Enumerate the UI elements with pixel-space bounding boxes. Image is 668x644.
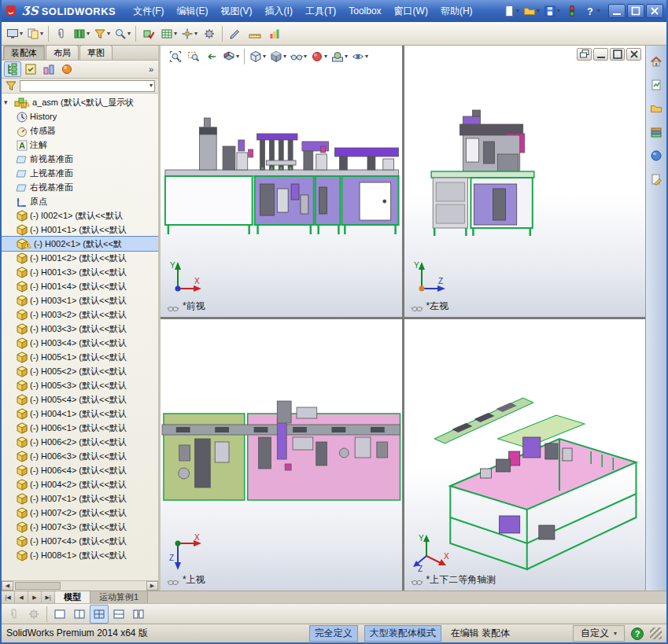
- design-library-button[interactable]: [648, 123, 666, 141]
- tree-item[interactable]: (-) H006<4>(默认<<默认: [2, 463, 158, 477]
- single-viewport-button[interactable]: [50, 605, 69, 624]
- new-document-button[interactable]: ▾: [501, 2, 521, 20]
- tree-item[interactable]: (-) H007<4>(默认<<默认: [2, 534, 158, 548]
- selection-filter-button[interactable]: ▾: [92, 24, 112, 43]
- tab-scroll-button-4[interactable]: ▶|: [42, 591, 55, 603]
- tree-item[interactable]: 原点: [2, 194, 158, 208]
- tree-item[interactable]: (-) H003<1>(默认<<默认: [2, 293, 158, 307]
- tab-scroll-button-3[interactable]: ▶: [28, 591, 42, 603]
- status-custom-dropdown[interactable]: 自定义 ▾: [573, 625, 625, 642]
- scroll-left-button[interactable]: ◀: [2, 581, 13, 591]
- appearances-scenes-button[interactable]: [648, 146, 666, 164]
- resources-home-button[interactable]: [648, 52, 666, 70]
- maximize-view-button[interactable]: [610, 48, 625, 61]
- tree-item[interactable]: (-) H007<1>(默认<<默认: [2, 491, 158, 506]
- tree-item[interactable]: (-) H005<2>(默认<<默认: [2, 364, 158, 378]
- two-viewport-vertical-button[interactable]: [109, 605, 128, 624]
- featuremanager-tab[interactable]: [4, 61, 21, 77]
- tree-item[interactable]: (-) H005<3>(默认<<默认: [2, 378, 158, 392]
- previous-view-button[interactable]: [203, 48, 220, 65]
- menu-item-4[interactable]: 插入(I): [259, 2, 299, 20]
- tree-item[interactable]: (-) H006<2>(默认<<默认: [2, 435, 158, 449]
- tree-item[interactable]: (-) H001<1>(默认<<默认: [2, 223, 158, 237]
- view-settings-button[interactable]: ▾: [350, 48, 370, 65]
- command-tab-1[interactable]: 装配体: [3, 45, 45, 60]
- tree-item[interactable]: (-) H007<2>(默认<<默认: [2, 506, 158, 520]
- four-viewport-button[interactable]: [90, 605, 109, 624]
- tab-scroll-button-1[interactable]: |◀: [2, 591, 15, 603]
- design-checker-button[interactable]: [648, 75, 666, 94]
- tree-item[interactable]: (-) H008<1>(默认<<默认: [2, 548, 158, 562]
- displaymanager-tab[interactable]: [58, 61, 76, 77]
- tree-item[interactable]: (-) H001<4>(默认<<默认: [2, 279, 158, 293]
- scroll-right-button[interactable]: ▶: [146, 581, 158, 591]
- tree-item[interactable]: (-) H001<2>(默认<<默认: [2, 251, 158, 265]
- rotate-button[interactable]: [24, 605, 43, 624]
- restore-view-button[interactable]: [577, 48, 592, 61]
- tree-item[interactable]: (-) H006<3>(默认<<默认: [2, 449, 158, 463]
- tree-item[interactable]: (-) H007<3>(默认<<默认: [2, 520, 158, 534]
- resize-grip[interactable]: [650, 627, 662, 639]
- menu-item-7[interactable]: 窗口(W): [388, 2, 434, 20]
- rebuild-button[interactable]: [563, 2, 581, 20]
- tree-item[interactable]: History: [2, 109, 158, 123]
- measure-button[interactable]: [245, 24, 264, 43]
- screen-capture-button[interactable]: ▾: [5, 24, 24, 43]
- sketch-button[interactable]: [226, 24, 245, 43]
- save-button[interactable]: ▾: [542, 2, 562, 20]
- document-tab-2[interactable]: 运动算例1: [90, 591, 148, 603]
- zoom-area-button[interactable]: [185, 48, 202, 65]
- maximize-button[interactable]: [627, 4, 644, 18]
- tree-filter-input[interactable]: ▾: [20, 80, 155, 92]
- status-help-button[interactable]: ?: [631, 627, 644, 640]
- viewport-front[interactable]: Y X *前视: [161, 46, 402, 317]
- hide-show-items-button[interactable]: ▾: [289, 48, 308, 65]
- custom-properties-button[interactable]: [648, 170, 666, 188]
- tree-item[interactable]: 上视基准面: [2, 166, 158, 180]
- open-document-button[interactable]: ▾: [522, 2, 541, 20]
- expander-icon[interactable]: ▾: [4, 98, 12, 106]
- pan-button[interactable]: [5, 605, 24, 624]
- apply-scene-button[interactable]: ▾: [330, 48, 349, 65]
- edit-appearance-button[interactable]: ▾: [309, 48, 329, 65]
- tree-item[interactable]: (-) H005<4>(默认<<默认: [2, 392, 158, 407]
- tree-item[interactable]: A注解: [2, 138, 158, 152]
- command-tab-3[interactable]: 草图: [79, 45, 113, 60]
- menu-item-8[interactable]: 帮助(H): [434, 2, 479, 20]
- command-tab-2[interactable]: 布局: [46, 45, 79, 60]
- document-tab-1[interactable]: 模型: [55, 591, 90, 603]
- display-style-button[interactable]: ▾: [268, 48, 288, 65]
- tree-item[interactable]: (-) H004<2>(默认<<默认: [2, 477, 158, 491]
- menu-item-2[interactable]: 编辑(E): [171, 2, 215, 20]
- tree-horizontal-scrollbar[interactable]: ◀ ▶: [2, 580, 158, 591]
- viewport-isometric[interactable]: Y X Z *上下二等角轴测: [404, 319, 646, 591]
- menu-item-1[interactable]: 文件(F): [127, 2, 170, 20]
- viewport-top[interactable]: X Z *上视: [161, 319, 402, 591]
- tab-scroll-button-2[interactable]: ◀: [15, 591, 28, 603]
- tree-item[interactable]: (-) I002<1>(默认<<默认: [2, 208, 158, 223]
- link-views-button[interactable]: [129, 605, 148, 624]
- exploded-view-button[interactable]: ▾: [179, 24, 199, 43]
- menu-item-6[interactable]: Toolbox: [342, 3, 387, 19]
- tree-item[interactable]: 右视基准面: [2, 180, 158, 194]
- tree-item[interactable]: !(-) H002<1>(默认<<默: [2, 237, 158, 251]
- configurationmanager-tab[interactable]: [40, 61, 57, 77]
- simulation-button[interactable]: [200, 24, 219, 43]
- tree-item[interactable]: (-) H003<3>(默认<<默认: [2, 322, 158, 336]
- menu-item-3[interactable]: 视图(V): [215, 2, 259, 20]
- view-orientation-button[interactable]: ▾: [248, 48, 268, 65]
- find-references-button[interactable]: ▾: [113, 24, 132, 43]
- tree-item[interactable]: (-) H003<2>(默认<<默认: [2, 307, 158, 322]
- attachments-button[interactable]: [52, 24, 71, 43]
- file-explorer-button[interactable]: [648, 99, 666, 117]
- viewport-left[interactable]: Y Z *左视: [404, 46, 646, 317]
- tree-item[interactable]: (-) H006<1>(默认<<默认: [2, 421, 158, 435]
- section-view-button[interactable]: ▾: [221, 48, 241, 65]
- paste-settings-button[interactable]: ▾: [25, 24, 45, 43]
- propertymanager-tab[interactable]: [22, 61, 39, 77]
- tree-item[interactable]: (-) H005<1>(默认<<默认: [2, 350, 158, 364]
- bill-of-materials-button[interactable]: ▾: [72, 24, 91, 43]
- zoom-fit-button[interactable]: [167, 48, 184, 65]
- help-button[interactable]: ?▾: [582, 2, 602, 20]
- tree-item[interactable]: (-) H001<3>(默认<<默认: [2, 265, 158, 279]
